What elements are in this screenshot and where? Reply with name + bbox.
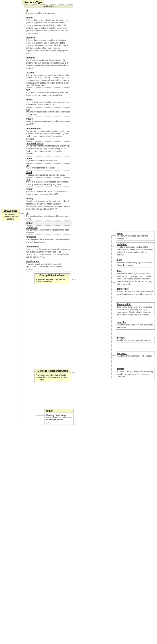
attr-derivedfrom-name: derivedFrom: [26, 246, 71, 248]
right-hierarchyinfo-box: hierarchyInfo Represents the position of…: [116, 302, 155, 317]
attr-pubconstrainturi: pubconstrainturi One or many constraints…: [25, 142, 72, 156]
right-remoteinfo-title: remoteInfo: [117, 288, 153, 290]
attr-literal: literal A freetext value assigned as pro…: [25, 170, 72, 177]
attr-modified-desc: The date (and, optionally, the time) whe…: [26, 59, 71, 70]
attr-uri: uri A URI which identifies a concept.: [25, 164, 72, 170]
other-bottom-desc: Extension point for any user-defined pro…: [46, 414, 72, 421]
attr-custom-desc: If set to true the corresponding propert…: [26, 74, 71, 87]
right-related-desc: A related concept, where the relationshi…: [117, 370, 153, 378]
attr-creator-name: creator: [26, 16, 71, 19]
attr-imlang-desc: Specifies the language of this and, pote…: [26, 200, 71, 210]
attr-why: why Why the metadata has been included -…: [25, 107, 72, 116]
concept-rel-group-box: ConceptRelationshipsGroup A group of pro…: [35, 369, 71, 382]
attr-dir: dir The directionality of textual conten…: [25, 212, 72, 221]
attr-confidence-name: confidence: [26, 226, 71, 228]
attr-relevance-desc: The relevance of the metadata to the new…: [26, 238, 71, 244]
right-broader-title: broader: [117, 336, 153, 339]
right-narrower-title: narrower: [117, 352, 153, 354]
right-facet-box: facet In build 5.8 and later, facet is r…: [116, 269, 155, 286]
attr-how: how A QCode which means the value was ex…: [25, 88, 72, 97]
attr-creatoruri: creatoruri If the attribute is empty, sp…: [25, 36, 72, 55]
attr-whyuri-name: whyuri: [26, 118, 71, 120]
attr-derivedfrom-desc: A reference to the concept from which th…: [26, 248, 71, 258]
concept-def-group-desc: A group of properties required to define…: [35, 278, 69, 283]
attr-literal-name: literal: [26, 171, 71, 174]
attributes-box: attributes id The local identifier of th…: [24, 4, 73, 272]
attr-why-desc: Why the metadata has been included - exp…: [26, 111, 71, 116]
attr-howuri: howuri A URI which means the value was e…: [25, 98, 72, 107]
concept-rel-group-desc: A group of properties that indicate rela…: [35, 374, 70, 381]
ext-audience-title: extAudience: [1, 209, 20, 213]
right-note-title: note: [117, 259, 153, 261]
right-related-title: related: [117, 368, 153, 370]
attr-id-name: id: [26, 9, 71, 12]
right-hierarchyinfo-title: hierarchyInfo: [117, 303, 153, 306]
attr-derivedfrom: derivedFrom A reference to the concept f…: [25, 245, 72, 259]
right-remoteinfo-desc: A link to an item in a web resource whic…: [117, 290, 153, 296]
title-text: AudienceType: [24, 1, 42, 4]
other-bottom-box: #other Extension point for any user-defi…: [45, 409, 73, 425]
right-name-box: name The natural language name for the c…: [116, 231, 155, 241]
attr-uri-name: uri: [26, 164, 71, 166]
attr-dir-desc: The directionality of textual content [e…: [26, 215, 71, 220]
title-bar: AudienceType: [22, 0, 44, 5]
right-sameas-box: sameAs An identifier of a concept with e…: [116, 320, 155, 330]
attr-type-desc: The role of the concept expressed as con…: [26, 181, 71, 186]
attr-literal-desc: A freetext value assigned as property va…: [26, 174, 71, 176]
attributes-header: attributes: [24, 5, 73, 8]
attr-id-desc: The local identifier of the property.: [26, 12, 71, 15]
attr-id: id The local identifier of the property.: [25, 9, 72, 15]
right-definition-desc: A natural language definition of the sem…: [117, 246, 153, 256]
attr-relevance: relevance The relevance of the metadata …: [25, 235, 72, 244]
attr-typeuri-name: typeuri: [26, 188, 71, 190]
right-name-title: name: [117, 232, 153, 234]
right-definition-box: definition A natural language definition…: [116, 242, 155, 257]
attr-how-desc: A QCode which means the value was extrac…: [26, 91, 71, 96]
attr-qcode: qcode A QCode which identifies a concept…: [25, 156, 72, 163]
attr-typeuri-desc: The role of the concept expressed as con…: [26, 190, 71, 196]
attr-type: type The role of the concept expressed a…: [25, 178, 72, 186]
attr-significance: significance A qualifier which indicates…: [25, 260, 72, 272]
attr-pubconstrainturi-desc: One or many constraints that apply to pu…: [26, 145, 71, 155]
attr-other-inline: #other: [25, 221, 72, 225]
right-broader-desc: An identifier of a more generic concept.: [117, 339, 153, 342]
attr-pubconstraint: pubconstraint One or many constraints th…: [25, 127, 72, 141]
attr-imlang-name: imlang: [26, 198, 71, 200]
attr-typeuri: typeuri The role of the concept expresse…: [25, 187, 72, 196]
concept-def-group-title: ConceptDefinitionGroup: [35, 274, 70, 277]
attr-custom-name: custom: [26, 71, 71, 74]
attr-other-inline-name: #other: [26, 222, 71, 224]
diagram-container: AudienceType: [0, 0, 157, 644]
attr-why-name: why: [26, 108, 71, 110]
right-narrower-box: narrower An identifier of a more specifi…: [116, 351, 155, 358]
right-remoteinfo-box: remoteInfo A link to an item in a web re…: [116, 287, 155, 296]
ext-audience-box: extAudience An excluded audience for the…: [1, 209, 20, 221]
attr-whyuri-desc: Why the metadata has been included - exp…: [26, 120, 71, 126]
right-narrower-desc: An identifier of a more specific concept…: [117, 355, 153, 358]
right-note-desc: Additional natural language information …: [117, 262, 153, 266]
ext-audience-desc: An excluded audience for the content.: [2, 214, 19, 220]
attr-modified-name: modified: [26, 56, 71, 59]
attr-how-name: how: [26, 89, 71, 91]
cardinality-concept-rel: 0..∞: [72, 372, 76, 374]
attr-significance-desc: A qualifier which indicates the expected…: [26, 263, 71, 271]
attr-confidence: confidence The confidence with which the…: [25, 226, 72, 234]
attr-pubconstraint-desc: One or many constraints that apply to pu…: [26, 130, 71, 140]
attr-imlang: imlang Specifies the language of this an…: [25, 197, 72, 211]
attr-howuri-name: howuri: [26, 98, 71, 101]
attr-modified: modified The date (and, optionally, the …: [25, 56, 72, 70]
attr-qcode-name: qcode: [26, 157, 71, 160]
attr-creatoruri-desc: If the attribute is empty, specifies whi…: [26, 39, 71, 55]
attr-whyuri: whyuri Why the metadata has been include…: [25, 117, 72, 126]
right-hierarchyinfo-desc: Represents the position of a concept in …: [117, 306, 153, 316]
attr-pubconstrainturi-name: pubconstrainturi: [26, 142, 71, 144]
right-sameas-desc: An identifier of a concept with equivale…: [117, 324, 153, 329]
attr-type-name: type: [26, 178, 71, 180]
right-name-desc: The natural language name for the concep…: [117, 235, 153, 240]
attr-custom: custom If set to true the corresponding …: [25, 71, 72, 88]
right-sameas-title: sameAs: [117, 321, 153, 324]
attr-relevance-name: relevance: [26, 236, 71, 238]
attr-creator: creator If the attribute is not defined,…: [25, 16, 72, 35]
right-related-box: related A related concept, where the rel…: [116, 367, 155, 379]
attr-howuri-desc: A URI which means the value was extracte…: [26, 101, 71, 106]
